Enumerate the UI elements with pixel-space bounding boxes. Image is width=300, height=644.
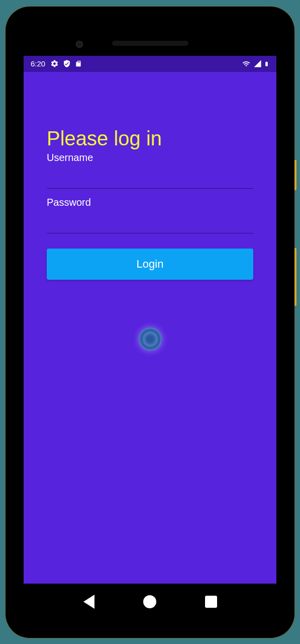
- app-content: Please log in Username Password Login: [24, 72, 276, 584]
- status-bar-left: 6:20: [31, 59, 82, 68]
- status-left-icons: [50, 59, 82, 68]
- gear-icon: [50, 59, 59, 68]
- username-input[interactable]: [47, 164, 253, 189]
- password-label: Password: [47, 197, 253, 208]
- status-time: 6:20: [31, 59, 45, 68]
- login-button[interactable]: Login: [47, 249, 253, 280]
- sd-card-icon: [75, 59, 82, 68]
- status-bar-right: [241, 59, 269, 68]
- assistant-orb-icon[interactable]: [139, 328, 162, 351]
- battery-icon: [264, 59, 269, 68]
- phone-screen: 6:20: [24, 56, 276, 620]
- status-bar: 6:20: [24, 56, 276, 72]
- page-title: Please log in: [47, 127, 253, 150]
- nav-back-button[interactable]: [83, 595, 94, 609]
- phone-power-button: [294, 160, 296, 190]
- username-label: Username: [47, 152, 253, 164]
- navigation-bar: [24, 584, 276, 620]
- password-input[interactable]: [47, 208, 253, 233]
- wifi-icon: [241, 60, 251, 68]
- phone-inner: 6:20: [15, 16, 285, 629]
- phone-speaker: [112, 41, 188, 46]
- nav-recent-button[interactable]: [205, 596, 217, 608]
- shield-icon: [63, 59, 71, 68]
- phone-volume-button: [294, 248, 296, 306]
- nav-home-button[interactable]: [143, 595, 156, 608]
- phone-frame: 6:20: [6, 7, 294, 638]
- signal-icon: [253, 59, 262, 68]
- phone-camera: [76, 41, 83, 48]
